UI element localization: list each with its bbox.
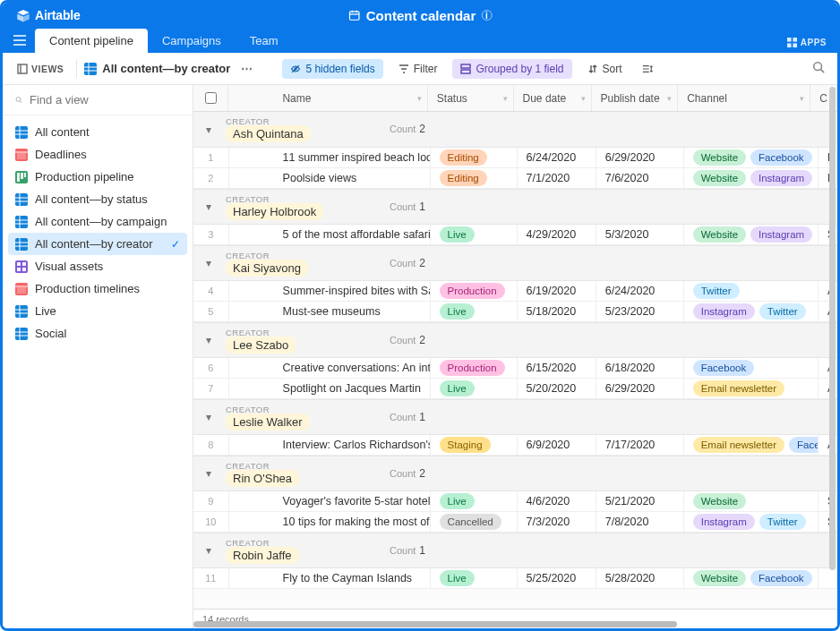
row-number[interactable]: 11 <box>193 568 229 588</box>
cell-publish-date[interactable]: 5/3/2020 <box>596 225 684 244</box>
table-row[interactable]: 1010 tips for making the most of your Me… <box>193 512 837 533</box>
cell-publish-date[interactable]: 5/28/2020 <box>596 568 684 588</box>
table-row[interactable]: 2Poolside viewsEditing7/1/20207/6/2020We… <box>193 168 837 189</box>
find-view-input[interactable] <box>30 93 180 107</box>
cell-channel[interactable]: Twitter <box>684 281 819 301</box>
sidebar-view-all-content-by-status[interactable]: All content—by status <box>8 188 187 210</box>
cell-name[interactable]: Interview: Carlos Richardson's Mt. Kilim… <box>229 435 431 455</box>
table-row[interactable]: 8Interview: Carlos Richardson's Mt. Kili… <box>193 435 837 456</box>
cell-due-date[interactable]: 4/29/2020 <box>518 225 596 244</box>
cell-name[interactable]: Voyager's favorite 5-star hotels <box>229 491 431 511</box>
header-status[interactable]: Status▾ <box>428 85 514 111</box>
apps-button[interactable]: APPS <box>787 38 827 47</box>
group-header[interactable]: ▾CREATORAsh QuintanaCount 2 <box>193 112 837 148</box>
group-header[interactable]: ▾CREATORKai SiyavongCount 2 <box>193 245 837 281</box>
sidebar-view-production-timelines[interactable]: Production timelines <box>8 277 187 300</box>
cell-status[interactable]: Production <box>431 281 518 301</box>
cell-name[interactable]: 10 tips for making the most of your Mexi… <box>229 512 431 532</box>
caret-down-icon[interactable]: ▾ <box>206 200 219 213</box>
sidebar-view-social[interactable]: Social <box>8 322 187 345</box>
cell-publish-date[interactable]: 7/6/2020 <box>596 168 684 188</box>
row-number[interactable]: 5 <box>193 302 229 321</box>
search-icon[interactable] <box>809 57 828 80</box>
header-name[interactable]: Name▾ <box>228 85 427 111</box>
sidebar-view-all-content-by-creator[interactable]: All content—by creator✓ <box>8 233 187 255</box>
header-checkbox[interactable] <box>193 85 228 111</box>
cell-name[interactable]: Must-see museums <box>229 302 431 321</box>
table-row[interactable]: 7Spotlight on Jacques MartinLive5/20/202… <box>193 379 837 399</box>
cell-channel[interactable]: WebsiteInstagram <box>684 225 819 244</box>
cell-publish-date[interactable]: 5/23/2020 <box>596 302 684 321</box>
vertical-scrollbar[interactable] <box>829 85 836 609</box>
table-row[interactable]: 111 summer inspired beach looks under $1… <box>193 148 837 168</box>
cell-status[interactable]: Live <box>431 302 518 321</box>
cell-due-date[interactable]: 6/9/2020 <box>518 435 596 455</box>
row-number[interactable]: 4 <box>193 281 229 301</box>
header-publish-date[interactable]: Publish date▾ <box>592 85 679 111</box>
cell-due-date[interactable]: 6/15/2020 <box>518 358 596 378</box>
info-icon[interactable]: i <box>481 10 492 21</box>
caret-down-icon[interactable]: ▾ <box>206 467 219 480</box>
cell-status[interactable]: Editing <box>431 148 518 167</box>
cell-publish-date[interactable]: 5/21/2020 <box>596 491 684 511</box>
cell-publish-date[interactable]: 6/24/2020 <box>596 281 684 301</box>
tab-team[interactable]: Team <box>236 29 293 53</box>
cell-status[interactable]: Cancelled <box>431 512 518 532</box>
group-header[interactable]: ▾CREATORLeslie WalkerCount 1 <box>193 399 837 435</box>
sidebar-view-all-content-by-campaign[interactable]: All content—by campaign <box>8 210 187 233</box>
group-header[interactable]: ▾CREATORHarley HolbrookCount 1 <box>193 189 837 225</box>
cell-status[interactable]: Production <box>431 358 518 378</box>
cell-name[interactable]: Creative conversations: An interview wit… <box>229 358 431 378</box>
cell-name[interactable]: 11 summer inspired beach looks under $10… <box>229 148 431 167</box>
sidebar-view-production-pipeline[interactable]: Production pipeline <box>8 166 187 188</box>
cell-channel[interactable]: Facebook <box>684 358 819 378</box>
row-number[interactable]: 10 <box>193 512 229 532</box>
chevron-down-icon[interactable]: ▾ <box>581 94 586 103</box>
cell-status[interactable]: Live <box>431 568 518 588</box>
sidebar-view-visual-assets[interactable]: Visual assets <box>8 255 187 277</box>
cell-name[interactable]: 5 of the most affordable safaris <box>229 225 431 244</box>
cell-channel[interactable]: InstagramTwitter <box>684 512 819 532</box>
cell-channel[interactable]: WebsiteInstagram <box>684 168 819 188</box>
hidden-fields-button[interactable]: 5 hidden fields <box>282 59 382 79</box>
horizontal-scrollbar[interactable] <box>193 621 827 628</box>
row-number[interactable]: 1 <box>193 148 229 167</box>
cell-status[interactable]: Staging <box>431 435 518 455</box>
caret-down-icon[interactable]: ▾ <box>206 124 219 136</box>
cell-due-date[interactable]: 5/20/2020 <box>518 379 596 398</box>
cell-channel[interactable]: Website <box>684 491 819 511</box>
group-header[interactable]: ▾CREATORRin O'SheaCount 2 <box>193 456 837 491</box>
row-height-button[interactable] <box>638 60 657 78</box>
cell-due-date[interactable]: 6/19/2020 <box>518 281 596 301</box>
cell-channel[interactable]: WebsiteFacebook <box>684 148 819 167</box>
cell-due-date[interactable]: 5/25/2020 <box>518 568 596 588</box>
cell-name[interactable]: Poolside views <box>229 168 431 188</box>
header-due-date[interactable]: Due date▾ <box>514 85 592 111</box>
sidebar-view-live[interactable]: Live <box>8 300 187 322</box>
base-title[interactable]: Content calendar i <box>348 8 493 23</box>
group-button[interactable]: Grouped by 1 field <box>452 59 571 79</box>
cell-due-date[interactable]: 5/18/2020 <box>518 302 596 321</box>
chevron-down-icon[interactable]: ▾ <box>417 94 422 103</box>
caret-down-icon[interactable]: ▾ <box>206 411 219 423</box>
row-number[interactable]: 7 <box>193 379 229 398</box>
cell-status[interactable]: Editing <box>431 168 518 188</box>
cell-name[interactable]: Spotlight on Jacques Martin <box>229 379 431 398</box>
sort-button[interactable]: Sort <box>579 59 630 79</box>
cell-name[interactable]: Summer-inspired bites with Sandra Key <box>229 281 431 301</box>
caret-down-icon[interactable]: ▾ <box>206 257 219 269</box>
tab-campaigns[interactable]: Campaigns <box>148 29 236 53</box>
cell-publish-date[interactable]: 6/29/2020 <box>596 379 684 398</box>
caret-down-icon[interactable]: ▾ <box>206 334 219 346</box>
cell-due-date[interactable]: 7/1/2020 <box>518 168 596 188</box>
cell-status[interactable]: Live <box>431 225 518 244</box>
cell-channel[interactable]: Email newsletter <box>684 379 819 398</box>
views-toggle[interactable]: VIEWS <box>12 60 69 78</box>
filter-button[interactable]: Filter <box>390 59 446 79</box>
header-channel[interactable]: Channel▾ <box>678 85 810 111</box>
cell-publish-date[interactable]: 6/18/2020 <box>596 358 684 378</box>
chevron-down-icon[interactable]: ▾ <box>667 94 672 103</box>
cell-due-date[interactable]: 7/3/2020 <box>518 512 596 532</box>
cell-publish-date[interactable]: 6/29/2020 <box>596 148 684 167</box>
cell-channel[interactable]: InstagramTwitter <box>684 302 819 321</box>
